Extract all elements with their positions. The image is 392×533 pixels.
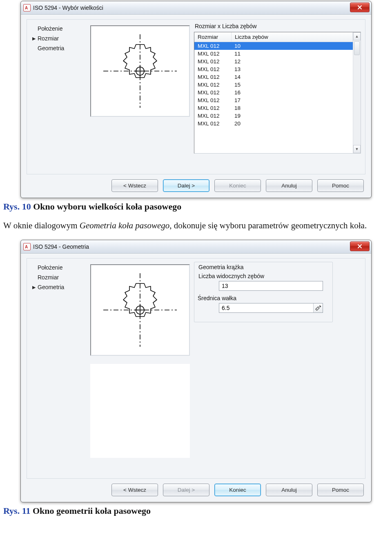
content-pane: Położenie Rozmiar ▶ Geometria: [27, 258, 365, 479]
cell-size: MXL 012: [194, 81, 231, 89]
app-icon: A: [23, 4, 31, 11]
titlebar[interactable]: A ISO 5294 - Geometria: [21, 240, 371, 254]
cell-teeth: 19: [231, 112, 353, 120]
shaft-diameter-input-wrap: [219, 303, 323, 313]
table-row[interactable]: MXL 01217: [194, 96, 353, 104]
finish-button: Koniec: [214, 179, 261, 192]
para-italic: Geometria koła pasowego: [80, 221, 169, 230]
cell-teeth: 11: [231, 50, 353, 58]
cell-teeth: 20: [231, 120, 353, 127]
cell-teeth: 16: [231, 89, 353, 96]
table-row[interactable]: MXL 01215: [194, 81, 353, 89]
caption-prefix: Rys. 11: [3, 506, 33, 516]
table-row[interactable]: MXL 01216: [194, 89, 353, 96]
caption-prefix: Rys. 10: [3, 201, 33, 212]
cell-teeth: 18: [231, 104, 353, 112]
scrollbar[interactable]: ▲ ▼: [353, 32, 361, 153]
wizard-nav: Położenie ▶ Rozmiar Geometria: [31, 23, 86, 154]
shaft-diameter-label: Średnica wałka: [198, 295, 328, 301]
nav-label: Rozmiar: [38, 274, 59, 281]
table-row[interactable]: MXL 01220: [194, 120, 353, 127]
table-row[interactable]: MXL 01214: [194, 73, 353, 81]
table-row[interactable]: MXL 01210: [194, 42, 353, 50]
close-button[interactable]: [350, 241, 370, 251]
app-icon: A: [23, 243, 31, 250]
table-row[interactable]: MXL 01211: [194, 50, 353, 58]
nav-item-geometry[interactable]: Geometria: [31, 43, 86, 53]
cell-size: MXL 012: [194, 89, 231, 96]
cell-size: MXL 012: [194, 120, 231, 127]
list-header[interactable]: Rozmiar Liczba zębów: [194, 32, 353, 42]
scroll-up-button[interactable]: ▲: [353, 32, 361, 40]
svg-text:A: A: [25, 245, 28, 249]
gear-icon: [101, 32, 179, 110]
caption-text: Okno geometrii koła pasowego: [33, 506, 151, 516]
cell-size: MXL 012: [194, 65, 231, 73]
scroll-thumb[interactable]: [354, 41, 360, 55]
gear-icon: [101, 271, 179, 349]
cancel-button[interactable]: Anuluj: [266, 484, 312, 496]
nav-label: Rozmiar: [38, 35, 59, 42]
help-button[interactable]: Pomoc: [317, 179, 364, 192]
col-teeth-header[interactable]: Liczba zębów: [232, 32, 353, 42]
para-segment: , dokonuje się wyboru parametrów geometr…: [169, 221, 367, 230]
titlebar[interactable]: A ISO 5294 - Wybór wielkości: [21, 1, 371, 15]
table-row[interactable]: MXL 01218: [194, 104, 353, 112]
caption-text: Okno wyboru wielkości koła pasowego: [33, 201, 181, 212]
shaft-diameter-input[interactable]: [219, 305, 313, 311]
button-bar: < Wstecz Dalej > Koniec Anuluj Pomoc: [27, 179, 365, 192]
table-row[interactable]: MXL 01219: [194, 112, 353, 120]
next-button[interactable]: Dalej >: [163, 179, 209, 192]
cell-teeth: 17: [231, 96, 353, 104]
back-button[interactable]: < Wstecz: [111, 179, 158, 192]
nav-item-geometry[interactable]: ▶ Geometria: [31, 282, 86, 292]
finish-button[interactable]: Koniec: [214, 484, 261, 496]
cell-size: MXL 012: [194, 73, 231, 81]
para-segment: W oknie dialogowym: [3, 221, 80, 230]
nav-item-size[interactable]: Rozmiar: [31, 272, 86, 282]
list-title: Rozmiar x Liczba zębów: [195, 23, 361, 29]
button-bar: < Wstecz Dalej > Koniec Anuluj Pomoc: [27, 484, 365, 496]
blank-area: [90, 364, 190, 458]
figure-caption-10: Rys. 10 Okno wyboru wielkości koła pasow…: [3, 201, 389, 212]
cancel-button[interactable]: Anuluj: [266, 179, 312, 192]
paragraph: W oknie dialogowym Geometria koła pasowe…: [3, 219, 389, 232]
col-size-header[interactable]: Rozmiar: [194, 32, 232, 42]
nav-label: Geometria: [38, 284, 64, 290]
measure-icon: [315, 305, 321, 311]
dialog-geometry: A ISO 5294 - Geometria Położenie Rozmiar: [20, 240, 372, 502]
visible-teeth-label: Liczba widocznych zębów: [198, 273, 328, 279]
cell-teeth: 13: [231, 65, 353, 73]
cell-size: MXL 012: [194, 112, 231, 120]
table-row[interactable]: MXL 01212: [194, 58, 353, 65]
close-button[interactable]: [350, 2, 370, 12]
fieldset-title: Geometria krążka: [198, 264, 328, 270]
help-button[interactable]: Pomoc: [317, 484, 364, 496]
cell-size: MXL 012: [194, 104, 231, 112]
close-icon: [357, 244, 362, 249]
nav-item-position[interactable]: Położenie: [31, 263, 86, 272]
table-row[interactable]: MXL 01213: [194, 65, 353, 73]
svg-text:A: A: [25, 6, 28, 10]
preview-image: [90, 25, 190, 117]
nav-marker-active: ▶: [32, 36, 36, 41]
next-button: Dalej >: [163, 484, 209, 496]
nav-marker-active: ▶: [32, 285, 36, 290]
cell-size: MXL 012: [194, 50, 231, 58]
content-pane: Położenie ▶ Rozmiar Geometria: [27, 19, 365, 174]
dialog-size-selection: A ISO 5294 - Wybór wielkości Położenie ▶…: [20, 1, 372, 198]
nav-item-position[interactable]: Położenie: [31, 24, 86, 33]
window-title: ISO 5294 - Wybór wielkości: [33, 4, 103, 11]
cell-size: MXL 012: [194, 42, 231, 50]
nav-item-size[interactable]: ▶ Rozmiar: [31, 33, 86, 43]
wizard-nav: Położenie Rozmiar ▶ Geometria: [31, 262, 86, 458]
back-button[interactable]: < Wstecz: [111, 484, 158, 496]
size-list[interactable]: Rozmiar Liczba zębów MXL 01210MXL 01211M…: [194, 32, 361, 154]
visible-teeth-input[interactable]: [219, 283, 323, 289]
measure-button[interactable]: [313, 303, 323, 312]
figure-caption-11: Rys. 11 Okno geometrii koła pasowego: [3, 506, 389, 516]
scroll-track[interactable]: [353, 40, 361, 145]
close-icon: [357, 5, 362, 10]
scroll-down-button[interactable]: ▼: [353, 145, 361, 153]
geometry-fieldset: Geometria krążka Liczba widocznych zębów…: [194, 262, 333, 322]
